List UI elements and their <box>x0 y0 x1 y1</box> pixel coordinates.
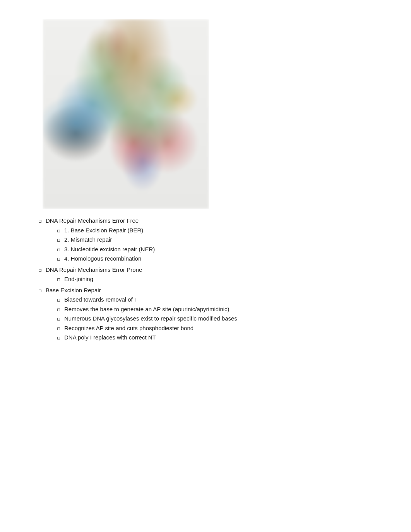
bullet-error-free <box>39 217 46 223</box>
list-item: 3. Nucleotide excision repair (NER) <box>46 245 392 254</box>
list-item-error-prone: DNA Repair Mechanisms Error Prone End-jo… <box>39 266 392 285</box>
base-excision-label: Base Excision Repair <box>46 287 101 293</box>
content-area: DNA Repair Mechanisms Error Free 1. Base… <box>39 217 392 343</box>
sub-bullet <box>57 305 64 312</box>
list-item: Biased towards removal of T <box>46 295 392 304</box>
list-item-error-free: DNA Repair Mechanisms Error Free 1. Base… <box>39 217 392 264</box>
bullet-error-prone <box>39 266 46 273</box>
list-item: End-joining <box>46 275 392 284</box>
list-item: Removes the base to generate an AP site … <box>46 305 392 314</box>
sub-bullet <box>57 254 64 261</box>
sub-bullet <box>57 314 64 321</box>
sub-bullet <box>57 324 64 331</box>
base-excision-sublist: Biased towards removal of T Removes the … <box>46 295 392 342</box>
list-item: 4. Homologous recombination <box>46 254 392 263</box>
error-free-content: DNA Repair Mechanisms Error Free 1. Base… <box>46 217 392 264</box>
sub-bullet <box>57 333 64 340</box>
error-free-label: DNA Repair Mechanisms Error Free <box>46 217 139 224</box>
list-item: Recognizes AP site and cuts phosphodiest… <box>46 324 392 333</box>
list-item-base-excision: Base Excision Repair Biased towards remo… <box>39 286 392 343</box>
main-list: DNA Repair Mechanisms Error Free 1. Base… <box>39 217 392 343</box>
list-item: DNA poly I replaces with correct NT <box>46 333 392 342</box>
sub-bullet <box>57 295 64 302</box>
error-prone-sublist: End-joining <box>46 275 392 284</box>
error-free-sublist: 1. Base Excision Repair (BER) 2. Mismatc… <box>46 226 392 263</box>
base-excision-content: Base Excision Repair Biased towards remo… <box>46 286 392 343</box>
sub-bullet <box>57 245 64 252</box>
sub-bullet <box>57 226 64 233</box>
list-item: 2. Mismatch repair <box>46 235 392 244</box>
sub-bullet <box>57 275 64 282</box>
bullet-base-excision <box>39 286 46 293</box>
list-item: Numerous DNA glycosylases exist to repai… <box>46 314 392 323</box>
diagram-image <box>43 19 209 209</box>
list-item: 1. Base Excision Repair (BER) <box>46 226 392 235</box>
error-prone-label: DNA Repair Mechanisms Error Prone <box>46 266 142 273</box>
error-prone-content: DNA Repair Mechanisms Error Prone End-jo… <box>46 266 392 285</box>
sub-bullet <box>57 235 64 242</box>
